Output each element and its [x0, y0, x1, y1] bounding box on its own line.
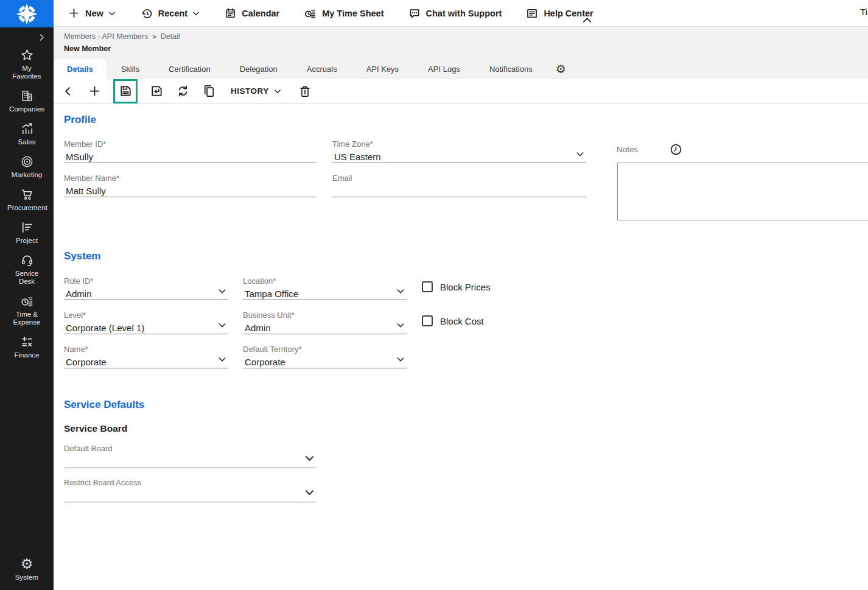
chat-with-support-button[interactable]: Chat with Support [408, 7, 502, 19]
email-field[interactable]: Email [332, 174, 586, 197]
tab-notifications[interactable]: Notifications [475, 59, 547, 79]
breadcrumb-parent-link[interactable]: Members - API Members [64, 32, 148, 41]
plus-icon [88, 85, 101, 97]
sidebar-item-my-favorites[interactable]: My Favorites [0, 47, 54, 82]
gear-icon: ⚙ [556, 62, 566, 76]
recent-menu-button[interactable]: Recent [141, 7, 200, 19]
chevron-down-icon[interactable] [304, 452, 315, 464]
refresh-button[interactable] [175, 83, 191, 99]
sidebar-item-finance[interactable]: Finance [0, 334, 54, 360]
sidebar-item-procurement[interactable]: Procurement [0, 186, 54, 213]
system-section-heading: System [64, 250, 100, 262]
new-menu-label: New [85, 9, 103, 18]
default-territory-field[interactable]: Default Territory* Corporate [243, 345, 407, 368]
delete-button[interactable] [297, 83, 313, 99]
collapse-toolbar-chevron[interactable] [582, 16, 592, 24]
tab-api-keys[interactable]: API Keys [352, 59, 413, 79]
service-defaults-section-heading: Service Defaults [64, 399, 144, 411]
save-button[interactable] [117, 83, 133, 99]
tab-accruals[interactable]: Accruals [292, 59, 352, 79]
save-and-close-button[interactable] [149, 83, 164, 99]
tab-certification[interactable]: Certification [154, 59, 225, 79]
plus-icon [68, 7, 80, 19]
sidebar-nav: My Favorites Companies Sales Marketing [0, 47, 54, 360]
refresh-icon [176, 84, 190, 98]
member-name-label: Member Name* [64, 174, 317, 183]
sidebar-item-label: Procurement [7, 204, 46, 212]
name-label: Name* [64, 345, 228, 354]
business-unit-value: Admin [243, 323, 407, 334]
restrict-board-access-label: Restrict Board Access [64, 479, 317, 487]
block-prices-checkbox-row[interactable]: Block Prices [422, 281, 491, 292]
sidebar-item-service-desk[interactable]: Service Desk [0, 252, 54, 287]
time-zone-value: US Eastern [332, 152, 586, 163]
breadcrumb-separator: > [152, 33, 156, 40]
chevron-down-icon [192, 9, 200, 18]
block-cost-checkbox-row[interactable]: Block Cost [422, 315, 484, 326]
chevron-down-icon[interactable] [217, 320, 227, 330]
location-field[interactable]: Location* Tampa Office [243, 277, 407, 300]
tab-skills[interactable]: Skills [107, 59, 154, 79]
tab-details[interactable]: Details [54, 59, 107, 79]
new-menu-button[interactable]: New [68, 7, 116, 19]
sidebar-item-project[interactable]: Project [0, 219, 54, 246]
block-cost-label: Block Cost [440, 316, 484, 326]
email-label: Email [332, 174, 586, 183]
notes-textarea[interactable] [617, 163, 868, 220]
page-title: New Member [64, 44, 111, 53]
chevron-down-icon[interactable] [396, 286, 405, 296]
back-button[interactable] [60, 83, 76, 99]
clock-icon[interactable] [670, 143, 682, 156]
my-time-sheet-label: My Time Sheet [322, 9, 383, 18]
chevron-down-icon[interactable] [304, 486, 315, 498]
checkbox-icon[interactable] [422, 281, 433, 292]
calendar-button[interactable]: Calendar [225, 7, 279, 19]
sidebar-item-label: My Favorites [7, 65, 46, 80]
chevron-down-icon[interactable] [217, 286, 227, 296]
expand-sidebar-chevron[interactable] [0, 27, 54, 47]
business-unit-label: Business Unit* [243, 311, 407, 320]
chevron-right-icon [37, 33, 46, 42]
sidebar-item-marketing[interactable]: Marketing [0, 153, 54, 180]
chevron-down-icon [108, 9, 116, 18]
tab-bar: Details Skills Certification Delegation … [54, 58, 575, 79]
sidebar-item-companies[interactable]: Companies [0, 88, 54, 114]
clock-sheet-icon [20, 294, 34, 308]
building-icon [20, 89, 34, 103]
time-zone-field[interactable]: Time Zone* US Eastern [332, 140, 586, 163]
chevron-down-icon[interactable] [396, 320, 405, 330]
profile-section-heading: Profile [64, 114, 96, 126]
role-id-field[interactable]: Role ID* Admin [64, 277, 228, 300]
tab-settings-gear-button[interactable]: ⚙ [547, 59, 575, 79]
notes-label: Notes [617, 145, 638, 154]
member-id-label: Member ID* [64, 140, 317, 149]
name-field[interactable]: Name* Corporate [64, 345, 228, 368]
tab-api-logs[interactable]: API Logs [413, 59, 475, 79]
member-id-field[interactable]: Member ID* MSully [64, 140, 317, 163]
default-board-field[interactable]: Default Board [64, 444, 317, 468]
task-list-icon [20, 220, 34, 234]
chevron-down-icon[interactable] [575, 149, 585, 159]
my-time-sheet-button[interactable]: My Time Sheet [304, 7, 383, 19]
sidebar-item-system[interactable]: ⚙ System [0, 556, 54, 583]
history-dropdown-button[interactable]: HISTORY [231, 86, 282, 96]
member-name-field[interactable]: Member Name* Matt Sully [64, 174, 317, 197]
app-logo[interactable] [0, 0, 54, 27]
add-record-button[interactable] [86, 83, 102, 99]
business-unit-field[interactable]: Business Unit* Admin [243, 311, 407, 334]
checkbox-icon[interactable] [422, 315, 433, 326]
default-board-label: Default Board [64, 444, 317, 453]
sidebar-item-time-expense[interactable]: Time & Expense [0, 293, 54, 328]
sidebar-item-label: Project [16, 237, 38, 245]
truncated-topright-text: Ti [860, 7, 867, 17]
copy-button[interactable] [201, 83, 217, 99]
chat-with-support-label: Chat with Support [426, 9, 502, 18]
sidebar-item-label: Finance [15, 351, 40, 359]
chevron-down-icon[interactable] [396, 354, 405, 364]
tab-delegation[interactable]: Delegation [225, 59, 292, 79]
sidebar-item-sales[interactable]: Sales [0, 121, 54, 147]
save-button-highlight-box [113, 79, 138, 104]
level-field[interactable]: Level* Corporate (Level 1) [64, 311, 228, 334]
restrict-board-access-field[interactable]: Restrict Board Access [64, 479, 317, 502]
chevron-down-icon[interactable] [217, 354, 227, 364]
